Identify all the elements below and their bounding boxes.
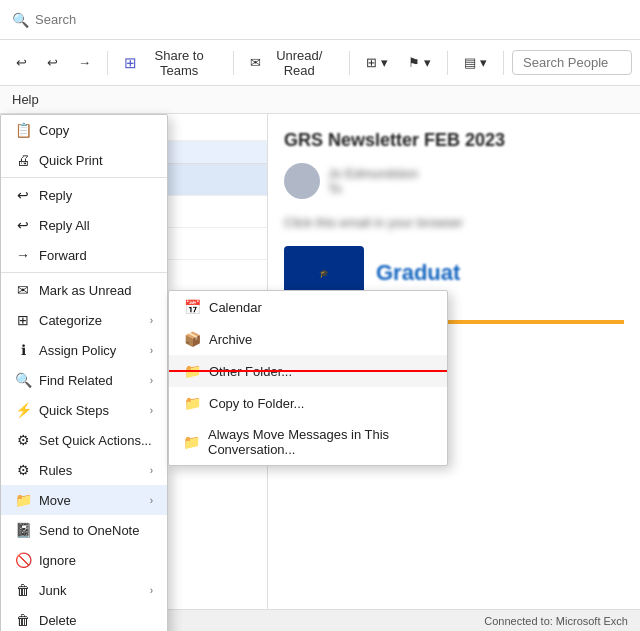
- reply-all-icon: ↩: [15, 217, 31, 233]
- forward-label: Forward: [39, 248, 153, 263]
- toolbar-divider-4: [447, 51, 448, 75]
- other-folder-label: Other Folder...: [209, 364, 292, 379]
- reply-icon: ↩: [15, 187, 31, 203]
- submenu-item-calendar[interactable]: 📅 Calendar: [169, 291, 447, 323]
- copy-to-folder-icon: 📁: [183, 395, 201, 411]
- help-bar: Help: [0, 86, 640, 114]
- color-categories-button[interactable]: ⊞ ▾: [358, 51, 396, 74]
- move-arrow: ›: [150, 495, 153, 506]
- rules-arrow: ›: [150, 465, 153, 476]
- email-title: GRS Newsletter FEB 2023: [284, 130, 624, 151]
- quick-print-label: Quick Print: [39, 153, 153, 168]
- envelope-icon: ✉: [250, 55, 261, 70]
- delete-label: Delete: [39, 613, 153, 628]
- menu-item-categorize[interactable]: ⊞ Categorize ›: [1, 305, 167, 335]
- help-label: Help: [12, 92, 39, 107]
- rules-icon: ⚙: [15, 462, 31, 478]
- archive-sub-icon: 📦: [183, 331, 201, 347]
- menu-item-move[interactable]: 📁 Move ›: [1, 485, 167, 515]
- always-move-icon: 📁: [183, 434, 200, 450]
- menu-item-copy[interactable]: 📋 Copy: [1, 115, 167, 145]
- menu-item-rules[interactable]: ⚙ Rules ›: [1, 455, 167, 485]
- toolbar-divider-3: [349, 51, 350, 75]
- menu-item-reply-all[interactable]: ↩ Reply All: [1, 210, 167, 240]
- toolbar-divider-1: [107, 51, 108, 75]
- search-people-container: [512, 50, 632, 75]
- back-button[interactable]: ↩: [8, 51, 35, 74]
- flag-button[interactable]: ⚑ ▾: [400, 51, 439, 74]
- flag-icon: ⚑: [408, 55, 420, 70]
- categorize-icon: ⊞: [15, 312, 31, 328]
- view-button[interactable]: ▤ ▾: [456, 51, 495, 74]
- search-people-input[interactable]: [512, 50, 632, 75]
- unread-read-label: Unread/ Read: [265, 48, 333, 78]
- view-icon: ▤: [464, 55, 476, 70]
- calendar-label: Calendar: [209, 300, 262, 315]
- toolbar-divider-5: [503, 51, 504, 75]
- avatar: [284, 163, 320, 199]
- menu-item-forward[interactable]: → Forward: [1, 240, 167, 270]
- find-related-icon: 🔍: [15, 372, 31, 388]
- other-folder-icon: 📁: [183, 363, 201, 379]
- mark-unread-label: Mark as Unread: [39, 283, 153, 298]
- move-label: Move: [39, 493, 142, 508]
- search-icon: 🔍: [12, 12, 29, 28]
- search-input[interactable]: [35, 12, 255, 27]
- color-categories-icon: ⊞: [366, 55, 377, 70]
- top-search-bar: 🔍: [0, 0, 640, 40]
- always-move-label: Always Move Messages in This Conversatio…: [208, 427, 433, 457]
- undo-button[interactable]: ↩: [39, 51, 66, 74]
- move-icon: 📁: [15, 492, 31, 508]
- menu-item-assign-policy[interactable]: ℹ Assign Policy ›: [1, 335, 167, 365]
- to-field: To: [328, 181, 418, 196]
- menu-item-quick-print[interactable]: 🖨 Quick Print: [1, 145, 167, 175]
- menu-item-set-quick-actions[interactable]: ⚙ Set Quick Actions...: [1, 425, 167, 455]
- reply-label: Reply: [39, 188, 153, 203]
- sender-info: Jo Edmundston To: [328, 166, 418, 196]
- send-onenote-icon: 📓: [15, 522, 31, 538]
- view-arrow: ▾: [480, 55, 487, 70]
- junk-label: Junk: [39, 583, 142, 598]
- flag-arrow: ▾: [424, 55, 431, 70]
- menu-item-junk[interactable]: 🗑 Junk ›: [1, 575, 167, 605]
- ignore-icon: 🚫: [15, 552, 31, 568]
- menu-item-delete[interactable]: 🗑 Delete: [1, 605, 167, 631]
- menu-item-reply[interactable]: ↩ Reply: [1, 180, 167, 210]
- find-related-label: Find Related: [39, 373, 142, 388]
- connection-status: Connected to: Microsoft Exch: [484, 615, 628, 627]
- copy-label: Copy: [39, 123, 153, 138]
- reply-all-label: Reply All: [39, 218, 153, 233]
- find-related-arrow: ›: [150, 375, 153, 386]
- share-to-teams-button[interactable]: ⊞ Share to Teams: [116, 44, 225, 82]
- quick-steps-label: Quick Steps: [39, 403, 142, 418]
- toolbar: ↩ ↩ → ⊞ Share to Teams ✉ Unread/ Read ⊞ …: [0, 40, 640, 86]
- ignore-label: Ignore: [39, 553, 153, 568]
- junk-arrow: ›: [150, 585, 153, 596]
- menu-item-find-related[interactable]: 🔍 Find Related ›: [1, 365, 167, 395]
- mark-unread-icon: ✉: [15, 282, 31, 298]
- menu-item-quick-steps[interactable]: ⚡ Quick Steps ›: [1, 395, 167, 425]
- copy-to-folder-label: Copy to Folder...: [209, 396, 304, 411]
- submenu-item-copy-to-folder[interactable]: 📁 Copy to Folder...: [169, 387, 447, 419]
- forward-icon: →: [15, 247, 31, 263]
- forward-nav-icon: →: [78, 55, 91, 70]
- unread-read-button[interactable]: ✉ Unread/ Read: [242, 44, 341, 82]
- submenu-item-archive[interactable]: 📦 Archive: [169, 323, 447, 355]
- menu-divider-2: [1, 272, 167, 273]
- assign-policy-label: Assign Policy: [39, 343, 142, 358]
- menu-item-mark-unread[interactable]: ✉ Mark as Unread: [1, 275, 167, 305]
- delete-icon: 🗑: [15, 612, 31, 628]
- toolbar-divider-2: [233, 51, 234, 75]
- submenu-item-always-move[interactable]: 📁 Always Move Messages in This Conversat…: [169, 419, 447, 465]
- menu-item-send-to-onenote[interactable]: 📓 Send to OneNote: [1, 515, 167, 545]
- archive-sub-label: Archive: [209, 332, 252, 347]
- quick-steps-arrow: ›: [150, 405, 153, 416]
- grad-text: Graduat: [376, 260, 460, 286]
- assign-policy-arrow: ›: [150, 345, 153, 356]
- forward-nav-button[interactable]: →: [70, 51, 99, 74]
- menu-item-ignore[interactable]: 🚫 Ignore: [1, 545, 167, 575]
- quick-steps-icon: ⚡: [15, 402, 31, 418]
- rules-label: Rules: [39, 463, 142, 478]
- submenu-item-other-folder[interactable]: 📁 Other Folder...: [169, 355, 447, 387]
- set-quick-actions-icon: ⚙: [15, 432, 31, 448]
